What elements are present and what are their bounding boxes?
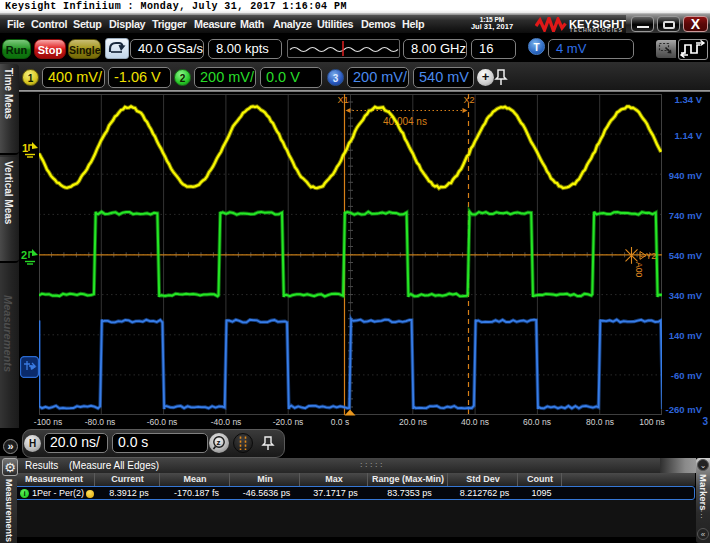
svg-text:2: 2 [21,249,27,261]
svg-text:40.004 ns: 40.004 ns [383,116,427,127]
svg-text:X1: X1 [338,95,349,105]
svg-text:X2: X2 [464,95,475,105]
svg-text:TECHNOLOGIES: TECHNOLOGIES [570,27,624,32]
svg-text:--Y2: --Y2 [640,251,656,261]
svg-text:1: 1 [22,142,28,154]
svg-text:A00: A00 [634,262,644,277]
svg-text:z: z [217,438,221,447]
